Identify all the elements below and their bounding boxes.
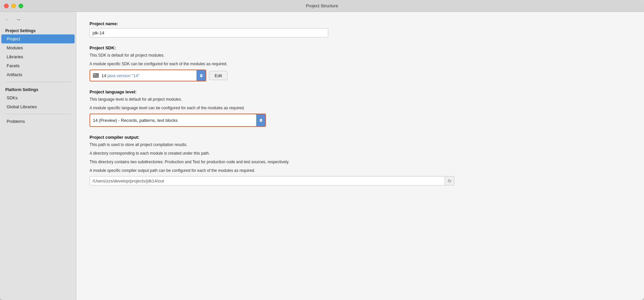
language-desc1: This language level is default for all p…	[90, 96, 631, 102]
folder-open-icon: 🗀	[448, 178, 452, 183]
forward-arrow[interactable]: →	[15, 17, 21, 23]
project-name-input[interactable]	[90, 28, 328, 37]
sidebar-item-problems[interactable]: Problems	[1, 117, 75, 126]
sdk-version: java version "14"	[107, 73, 140, 78]
lang-arrow-up-icon	[259, 119, 263, 120]
project-name-label: Project name:	[90, 21, 631, 26]
minimize-button[interactable]	[11, 4, 16, 8]
project-sdk-label: Project SDK:	[90, 45, 631, 50]
sdk-number: 14	[101, 73, 107, 78]
platform-settings-header: Platform Settings	[0, 85, 76, 93]
sidebar-item-project[interactable]: Project	[1, 34, 75, 43]
project-sdk-desc1: This SDK is default for all project modu…	[90, 52, 631, 58]
sdk-arrow-down-icon	[200, 76, 203, 77]
language-level-text: 14 (Preview) - Records, patterns, text b…	[93, 118, 178, 123]
browse-button[interactable]: 🗀	[445, 176, 454, 185]
sidebar-item-artifacts[interactable]: Artifacts	[1, 70, 75, 79]
language-level-wrapper: 14 (Preview) - Records, patterns, text b…	[90, 114, 266, 127]
project-settings-header: Project Settings	[0, 26, 76, 34]
main-panel: Project name: Project SDK: This SDK is d…	[76, 12, 644, 300]
project-sdk-desc2: A module specific SDK can be configured …	[90, 61, 631, 67]
lang-stepper-arrows	[259, 119, 263, 122]
compiler-output-group: Project compiler output: This path is us…	[90, 135, 631, 185]
sidebar-divider-2	[5, 114, 71, 114]
sidebar-item-facets[interactable]: Facets	[1, 61, 75, 70]
sidebar-item-libraries[interactable]: Libraries	[1, 52, 75, 61]
project-name-group: Project name:	[90, 21, 631, 37]
compiler-desc2: A directory corresponding to each module…	[90, 150, 631, 156]
project-sdk-group: Project SDK: This SDK is default for all…	[90, 45, 631, 81]
language-level-dropdown[interactable]: 14 (Preview) - Records, patterns, text b…	[90, 114, 256, 126]
project-language-group: Project language level: This language le…	[90, 89, 631, 127]
compiler-desc3: This directory contains two subdirectori…	[90, 159, 631, 165]
back-arrow[interactable]: ←	[4, 17, 10, 23]
traffic-lights	[4, 4, 23, 8]
lang-stepper-button[interactable]	[256, 114, 265, 126]
edit-button[interactable]: Edit	[209, 71, 227, 80]
sdk-dropdown[interactable]: 14 java version "14"	[90, 70, 196, 81]
sdk-text: 14 java version "14"	[101, 73, 140, 78]
sidebar: ← → Project Settings Project Modules Lib…	[0, 12, 76, 300]
sdk-stepper-arrows	[200, 74, 203, 77]
titlebar: Project Structure	[0, 0, 644, 12]
close-button[interactable]	[4, 4, 9, 8]
sdk-dropdown-wrapper: 14 java version "14"	[90, 70, 206, 81]
sdk-stepper-button[interactable]	[196, 70, 206, 81]
sidebar-divider	[5, 82, 71, 82]
lang-arrow-down-icon	[259, 121, 263, 122]
output-path-row: 🗀	[90, 176, 454, 185]
maximize-button[interactable]	[19, 4, 23, 8]
language-desc2: A module specific language level can be …	[90, 105, 631, 111]
sidebar-item-modules[interactable]: Modules	[1, 43, 75, 52]
sdk-folder-icon	[93, 73, 99, 78]
language-level-row: 14 (Preview) - Records, patterns, text b…	[90, 114, 631, 127]
compiler-desc4: A module specific compiler output path c…	[90, 168, 631, 174]
project-language-label: Project language level:	[90, 89, 631, 94]
svg-rect-1	[93, 74, 96, 75]
window-title: Project Structure	[306, 3, 338, 8]
sdk-row: 14 java version "14" Edit	[90, 70, 631, 81]
content-area: ← → Project Settings Project Modules Lib…	[0, 12, 644, 300]
nav-arrows-bar: ← →	[0, 15, 76, 26]
sidebar-item-sdks[interactable]: SDKs	[1, 93, 75, 102]
output-path-input[interactable]	[90, 176, 445, 185]
sidebar-item-global-libraries[interactable]: Global Libraries	[1, 102, 75, 111]
window: Project Structure ← → Project Settings P…	[0, 0, 644, 300]
sdk-arrow-up-icon	[200, 74, 203, 75]
compiler-desc1: This path is used to store all project c…	[90, 142, 631, 148]
compiler-output-label: Project compiler output:	[90, 135, 631, 140]
